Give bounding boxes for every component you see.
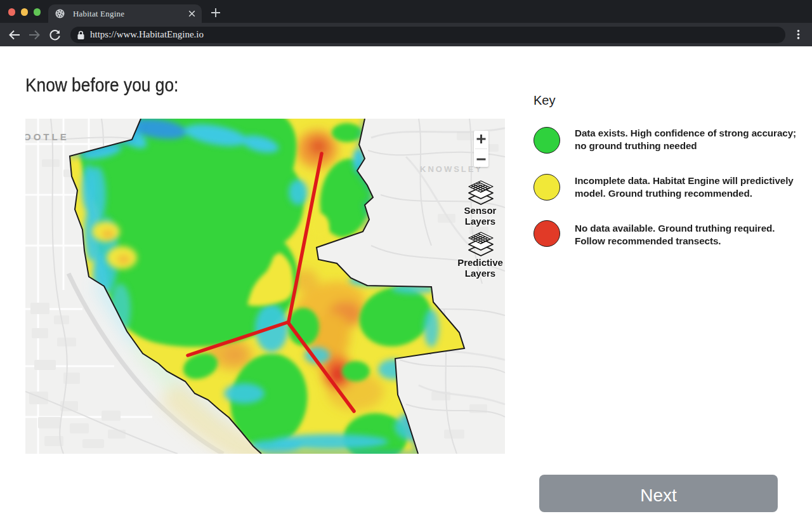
svg-text:OOTLE: OOTLE bbox=[25, 131, 69, 142]
